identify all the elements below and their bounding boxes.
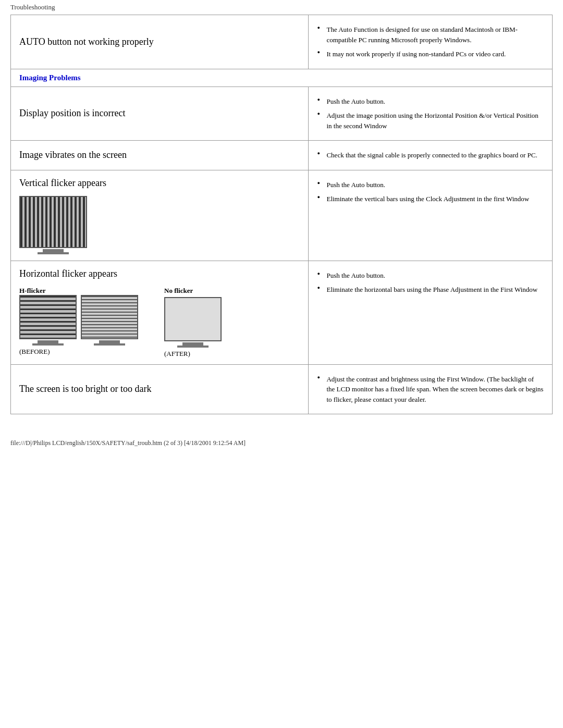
problem-text: Image vibrates on the screen: [19, 150, 127, 160]
table-row: Vertical flicker appears Push the Auto b…: [11, 170, 553, 261]
list-item: Adjust the contrast and brightness using…: [317, 372, 544, 407]
problem-cell: Horizontal flicker appears H-flicker: [11, 261, 309, 364]
problem-cell: Display position is incorrect: [11, 87, 309, 141]
page-footer: file:///D|/Philips LCD/english/150X/SAFE…: [0, 435, 563, 451]
monitor-diagram: [19, 196, 87, 254]
no-flicker-after-group: No flicker (AFTER): [164, 287, 222, 358]
list-item: Eliminate the horizontal bars using the …: [317, 282, 544, 297]
solution-cell: The Auto Function is designed for use on…: [309, 15, 553, 69]
problem-text: AUTO button not working properly: [19, 36, 154, 47]
problem-text: Display position is incorrect: [19, 108, 125, 118]
solution-list: Push the Auto button. Eliminate the vert…: [317, 178, 544, 206]
vertical-bars-graphic: [20, 197, 86, 247]
problem-text: Horizontal flicker appears: [19, 268, 300, 279]
monitor-base: [38, 252, 69, 254]
list-item: It may not work properly if using non-st…: [317, 47, 544, 61]
h-flicker-before-group: H-flicker: [19, 287, 138, 356]
problem-cell: Vertical flicker appears: [11, 170, 309, 261]
solution-cell: Adjust the contrast and brightness using…: [309, 364, 553, 414]
solution-cell: Push the Auto button. Adjust the image p…: [309, 87, 553, 141]
monitor-before-1: [19, 295, 77, 346]
solution-cell: Push the Auto button. Eliminate the vert…: [309, 170, 553, 261]
footer-text: file:///D|/Philips LCD/english/150X/SAFE…: [10, 439, 246, 447]
list-item: Push the Auto button.: [317, 268, 544, 283]
monitor-base: [177, 346, 209, 348]
list-item: The Auto Function is designed for use on…: [317, 22, 544, 47]
horizontal-flicker-diagrams: H-flicker: [19, 287, 300, 358]
list-item: Push the Auto button.: [317, 178, 544, 192]
main-content: AUTO button not working properly The Aut…: [0, 15, 563, 425]
troubleshooting-table: AUTO button not working properly The Aut…: [10, 15, 553, 414]
problem-cell: The screen is too bright or too dark: [11, 364, 309, 414]
section-header-label: Imaging Problems: [19, 73, 81, 82]
after-label: (AFTER): [164, 350, 222, 358]
before-monitors: [19, 295, 138, 346]
solution-list: Push the Auto button. Eliminate the hori…: [317, 268, 544, 297]
section-header-row: Imaging Problems: [11, 69, 553, 87]
monitor-before-2: [81, 295, 138, 346]
table-row: Image vibrates on the screen Check that …: [11, 141, 553, 170]
problem-cell: Image vibrates on the screen: [11, 141, 309, 170]
monitor-screen-clear: [164, 297, 222, 341]
monitor-screen: [19, 196, 87, 248]
solution-cell: Check that the signal cable is properly …: [309, 141, 553, 170]
monitor-base: [32, 343, 64, 346]
problem-text: The screen is too bright or too dark: [19, 384, 151, 394]
list-item: Push the Auto button.: [317, 94, 544, 109]
table-row: The screen is too bright or too dark Adj…: [11, 364, 553, 414]
table-row: Display position is incorrect Push the A…: [11, 87, 553, 141]
monitor-base: [94, 343, 125, 346]
list-item: Eliminate the vertical bars using the Cl…: [317, 192, 544, 206]
table-row: AUTO button not working properly The Aut…: [11, 15, 553, 69]
h-flicker-label: H-flicker: [19, 287, 138, 295]
problem-cell: AUTO button not working properly: [11, 15, 309, 69]
no-flicker-label: No flicker: [164, 287, 222, 295]
section-header-cell: Imaging Problems: [11, 69, 553, 87]
solution-cell: Push the Auto button. Eliminate the hori…: [309, 261, 553, 364]
monitor-screen-h1: [19, 295, 77, 339]
before-label: (BEFORE): [19, 348, 138, 356]
solution-list: Check that the signal cable is properly …: [317, 148, 544, 163]
problem-text: Vertical flicker appears: [19, 178, 300, 189]
monitor-screen-h2: [81, 295, 138, 339]
table-row: Horizontal flicker appears H-flicker: [11, 261, 553, 364]
solution-list: Adjust the contrast and brightness using…: [317, 372, 544, 407]
horizontal-bars-graphic: [20, 296, 76, 338]
solution-list: Push the Auto button. Adjust the image p…: [317, 94, 544, 133]
list-item: Adjust the image position using the Hori…: [317, 108, 544, 133]
solution-list: The Auto Function is designed for use on…: [317, 22, 544, 61]
monitor-after: [164, 297, 222, 348]
vertical-flicker-diagram: [19, 196, 300, 254]
breadcrumb: Troubleshooting: [0, 0, 563, 15]
list-item: Check that the signal cable is properly …: [317, 148, 544, 163]
